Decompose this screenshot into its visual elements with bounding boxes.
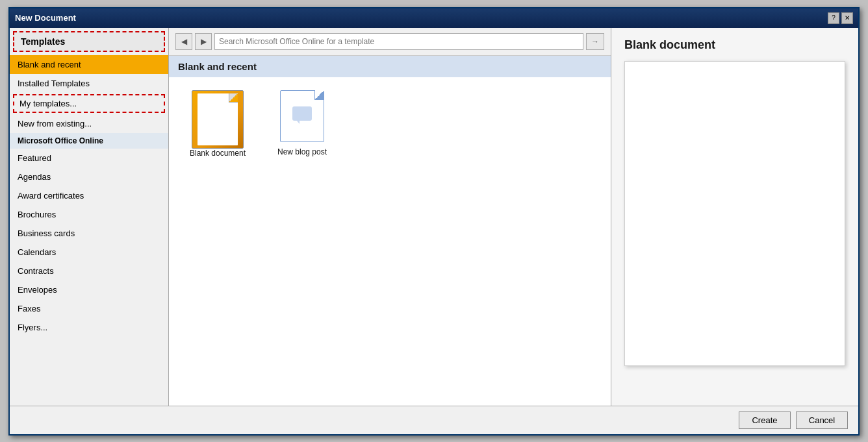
sidebar-item-featured[interactable]: Featured (10, 149, 168, 167)
back-button[interactable]: ◀ (175, 33, 192, 50)
title-bar-buttons: ? ✕ (828, 12, 853, 24)
left-panel: Templates Blank and recentInstalled Temp… (10, 28, 169, 406)
blank-doc-fold (229, 93, 238, 103)
dialog-footer: Create Cancel (10, 406, 858, 434)
sidebar-item-ms-office-online[interactable]: Microsoft Office Online (10, 133, 168, 149)
search-bar: ◀ ▶ → (169, 28, 611, 56)
forward-button[interactable]: ▶ (195, 33, 212, 50)
sidebar-item-brochures[interactable]: Brochures (10, 205, 168, 224)
sidebar-item-new-from-existing[interactable]: New from existing... (10, 114, 168, 133)
sidebar-item-faxes[interactable]: Faxes (10, 299, 168, 318)
blog-document-icon (280, 90, 324, 142)
sidebar-item-contracts[interactable]: Contracts (10, 262, 168, 280)
sidebar-item-award-certificates[interactable]: Award certificates (10, 186, 168, 205)
help-button[interactable]: ? (828, 12, 839, 24)
sidebar-item-envelopes[interactable]: Envelopes (10, 280, 168, 299)
sidebar-list: Blank and recentInstalled TemplatesMy te… (10, 55, 168, 406)
right-panel: Blank document (611, 28, 858, 406)
content-section-header: Blank and recent (169, 56, 611, 77)
sidebar-item-flyers[interactable]: Flyers... (10, 318, 168, 337)
new-blog-post-label: New blog post (277, 147, 327, 158)
content-items: Blank document New blog post (169, 77, 611, 172)
blank-document-icon (192, 90, 244, 149)
search-go-button[interactable]: → (586, 33, 604, 50)
middle-panel: ◀ ▶ → Blank and recent Blank document (169, 28, 611, 406)
create-button[interactable]: Create (739, 411, 791, 429)
search-input[interactable] (214, 33, 583, 50)
dialog-body: Templates Blank and recentInstalled Temp… (10, 28, 858, 406)
blank-document-label: Blank document (190, 149, 246, 159)
sidebar-item-business-cards[interactable]: Business cards (10, 224, 168, 243)
title-bar: New Document ? ✕ (10, 8, 858, 28)
blank-document-item[interactable]: Blank document (182, 90, 253, 159)
new-document-dialog: New Document ? ✕ Templates Blank and rec… (8, 7, 860, 436)
preview-title: Blank document (624, 38, 845, 52)
cancel-button[interactable]: Cancel (796, 411, 848, 429)
sidebar-item-calendars[interactable]: Calendars (10, 243, 168, 262)
templates-header: Templates (13, 31, 165, 52)
document-preview (624, 61, 845, 366)
blog-icon-lines (288, 106, 316, 122)
dialog-title: New Document (15, 13, 76, 23)
sidebar-item-installed-templates[interactable]: Installed Templates (10, 74, 168, 93)
sidebar-item-my-templates[interactable]: My templates... (13, 94, 165, 113)
content-area: Blank and recent Blank document (169, 56, 611, 406)
new-blog-post-item[interactable]: New blog post (266, 90, 338, 158)
sidebar-item-agendas[interactable]: Agendas (10, 167, 168, 186)
sidebar-item-blank-and-recent[interactable]: Blank and recent (10, 55, 168, 74)
close-button[interactable]: ✕ (841, 12, 853, 24)
blog-chat-bubble (292, 106, 312, 121)
